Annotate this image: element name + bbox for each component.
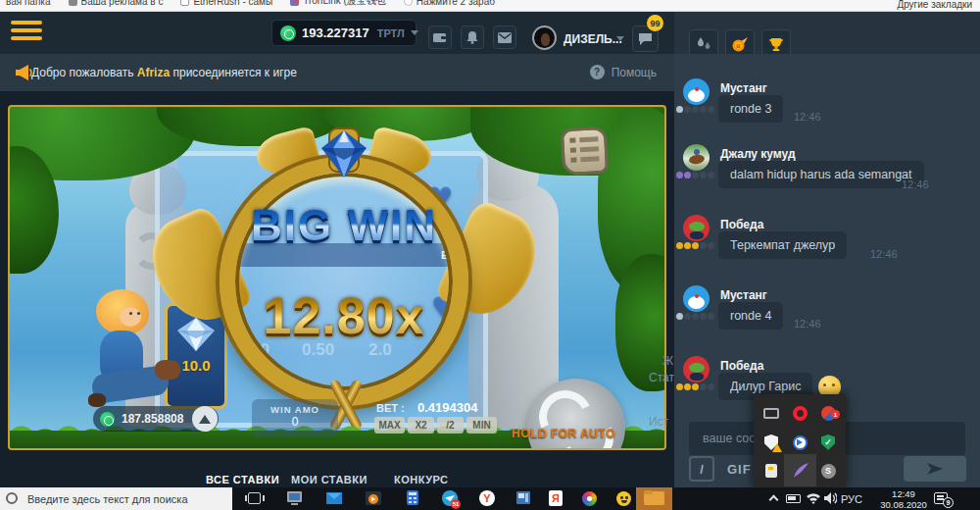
tray-badge: 1 xyxy=(831,410,840,419)
question-icon: ? xyxy=(590,65,605,79)
taskbar-search-input[interactable] xyxy=(0,487,232,510)
taskbar-video-icon[interactable] xyxy=(366,490,382,507)
chat-message: ronde 3 xyxy=(718,95,783,123)
notification-bar: Добро пожаловать Afriza присоединяется к… xyxy=(0,54,674,91)
hold-for-auto-label: HOLD FOR AUTO xyxy=(500,427,627,440)
up-arrow-icon xyxy=(199,415,211,424)
bookmark-item[interactable]: Ваша реклама в с xyxy=(69,0,164,7)
chat-username[interactable]: Джалу кумуд xyxy=(720,147,796,161)
feather-tray-icon-selected[interactable] xyxy=(784,454,816,486)
player-tray-icon[interactable] xyxy=(785,428,814,457)
level-badges xyxy=(676,172,714,178)
tab-contest[interactable]: КОНКУРС xyxy=(394,474,449,485)
wallet-button[interactable] xyxy=(428,26,452,49)
side-label[interactable]: Стат xyxy=(649,371,674,384)
bet-x2-button[interactable]: X2 xyxy=(408,417,434,434)
deposit-button[interactable] xyxy=(192,406,218,432)
username[interactable]: ДИЗЕЛЬ... xyxy=(564,32,622,46)
slash-command-button[interactable]: / xyxy=(689,456,714,482)
taskbar-pc-icon[interactable] xyxy=(287,490,304,507)
taskbar-paint-icon[interactable] xyxy=(582,490,599,507)
avatar[interactable] xyxy=(683,144,710,171)
monitor-tray-icon[interactable] xyxy=(757,398,786,428)
side-label[interactable]: Ист xyxy=(649,415,668,429)
app-tray-icon-badged[interactable]: 1 xyxy=(813,398,843,428)
rain-icon xyxy=(697,37,711,51)
currency-selector[interactable]: ТРТЛ xyxy=(377,27,405,39)
game-canvas[interactable]: WIN C ESPIN 10.0 30 0.50 2.0 ♥ ♥ xyxy=(8,105,666,450)
other-bookmarks-button[interactable]: Другие закладки xyxy=(897,0,972,10)
level-badges xyxy=(676,242,714,249)
balance-pill[interactable]: 193.227317 ТРТЛ xyxy=(271,20,416,46)
tab-all-bets[interactable]: ВСЕ СТАВКИ xyxy=(206,474,279,485)
browser-bookmarks-bar: вая папка Ваша реклама в с EtherRush - с… xyxy=(0,0,980,12)
speaker-icon[interactable] xyxy=(824,492,837,504)
chat-username[interactable]: Победа xyxy=(720,218,763,231)
chat-username[interactable]: Победа xyxy=(720,359,763,373)
game-menu-button[interactable] xyxy=(561,127,609,176)
avatar[interactable] xyxy=(683,78,710,105)
balance-value: 193.227317 xyxy=(302,26,369,40)
chat-time: 12:46 xyxy=(794,318,821,330)
coin-icon xyxy=(100,412,115,427)
gem-icon xyxy=(316,123,372,183)
taskbar-telegram-icon[interactable]: 51 xyxy=(442,490,459,507)
taskbar-yandex-icon[interactable]: Я xyxy=(548,490,564,507)
desktop: вая папка Ваша реклама в с EtherRush - с… xyxy=(0,0,980,510)
language-indicator[interactable]: РУС xyxy=(841,493,862,505)
taskbar-calculator-icon[interactable] xyxy=(405,490,421,507)
tray-expand-chevron[interactable] xyxy=(769,495,779,505)
task-view-button[interactable] xyxy=(247,490,264,507)
system-tray-popup: 1 ✓ S xyxy=(754,394,846,487)
bet-half-button[interactable]: /2 xyxy=(437,417,464,434)
chat-message: Теркемпат джелур xyxy=(718,231,847,259)
device-tray-icon[interactable] xyxy=(757,456,786,485)
bet-min-button[interactable]: MIN xyxy=(466,417,497,434)
chat-message: dalam hidup harus ada semangat xyxy=(718,161,924,188)
bookmark-item[interactable]: EtherRush - самы xyxy=(180,0,272,7)
notifications-button[interactable] xyxy=(461,26,484,49)
chat-username[interactable]: Мустанг xyxy=(720,81,767,95)
clock-time: 12:49 xyxy=(875,488,932,499)
help-button[interactable]: ? Помощь xyxy=(590,65,657,79)
avatar[interactable] xyxy=(683,215,710,241)
side-label[interactable]: Ж xyxy=(662,354,673,368)
avatar[interactable] xyxy=(683,356,710,382)
user-avatar[interactable] xyxy=(532,26,557,50)
battery-icon[interactable] xyxy=(786,494,801,503)
bet-label: BET : xyxy=(376,402,405,414)
win-amount-label: WIN AMO xyxy=(252,404,338,415)
opera-tray-icon[interactable] xyxy=(785,398,814,428)
taskbar-explorer-active[interactable] xyxy=(636,487,672,510)
tab-my-bets[interactable]: МОИ СТАВКИ xyxy=(291,474,368,485)
gif-button[interactable]: GIF xyxy=(727,462,752,477)
help-label: Помощь xyxy=(612,66,657,79)
defender-tray-icon[interactable] xyxy=(757,428,786,457)
wifi-icon[interactable] xyxy=(807,492,820,504)
level-badges xyxy=(676,383,714,390)
skype-tray-icon[interactable]: S xyxy=(813,456,843,485)
taskbar-mail-icon[interactable] xyxy=(326,490,343,507)
bet-value: 0.4194304 xyxy=(417,400,477,415)
send-message-button[interactable] xyxy=(904,456,966,482)
bet-max-button[interactable]: MAX xyxy=(374,417,405,434)
chat-time: 12:46 xyxy=(902,178,929,190)
taskbar-emoji-app-icon[interactable] xyxy=(616,490,633,507)
taskbar-yandex-browser-icon[interactable]: Y xyxy=(479,490,496,507)
mail-button[interactable] xyxy=(493,26,516,49)
windows-taskbar: 51 Y Я РУС 1 xyxy=(0,487,980,510)
big-win-text: BIG WIN xyxy=(220,201,468,250)
bookmark-item[interactable]: Нажмите 2 зараб xyxy=(404,0,495,7)
trophy-icon xyxy=(768,37,784,52)
coin-icon xyxy=(280,26,296,41)
avatar[interactable] xyxy=(683,285,710,312)
fireball-icon: B xyxy=(732,36,749,52)
antivirus-tray-icon[interactable]: ✓ xyxy=(813,428,843,457)
chat-username[interactable]: Мустанг xyxy=(720,288,767,302)
taskbar-notes-icon[interactable] xyxy=(515,490,532,507)
bookmark-item[interactable]: TronLink (波宝钱包 xyxy=(290,0,386,8)
bookmark-item[interactable]: вая папка xyxy=(6,0,51,7)
taskbar-clock[interactable]: 12:49 30.08.2020 xyxy=(875,487,932,510)
chat-bubble-icon xyxy=(638,32,653,45)
chevron-down-icon[interactable] xyxy=(616,36,624,41)
